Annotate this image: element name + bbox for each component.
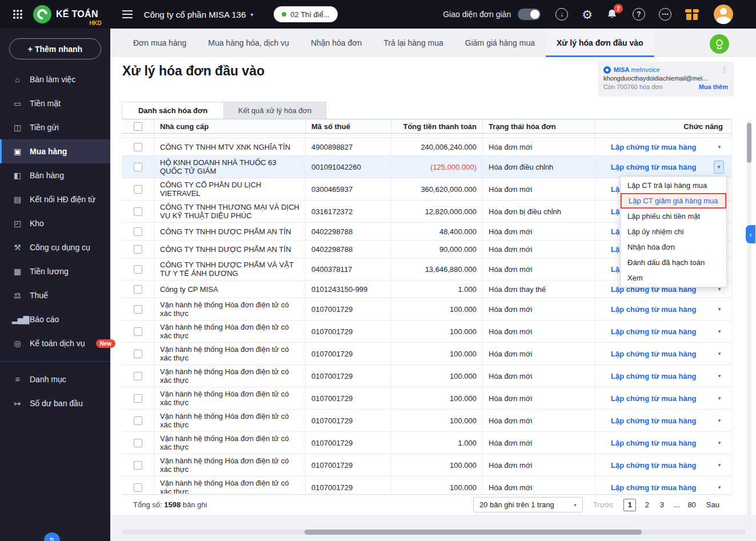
sidebar-item-so-du-ban-dau[interactable]: ↦Số dư ban đầu — [0, 391, 110, 415]
row-checkbox[interactable] — [134, 265, 142, 274]
table-row[interactable]: Vận hành hệ thống Hóa đơn điện tử có xác… — [122, 365, 732, 387]
create-purchase-doc-link[interactable]: Lập chứng từ mua hàng — [611, 163, 697, 171]
tab-giam-gia-hang-mua[interactable]: Giảm giá hàng mua — [454, 29, 546, 57]
create-purchase-doc-link[interactable]: Lập chứng từ mua hàng — [611, 439, 697, 447]
table-row[interactable]: Vận hành hệ thống Hóa đơn điện tử có xác… — [122, 432, 732, 454]
create-purchase-doc-link[interactable]: Lập chứng từ mua hàng — [611, 372, 697, 380]
chevron-down-icon[interactable]: ▼ — [715, 326, 724, 338]
lightbulb-icon[interactable] — [710, 34, 729, 54]
row-checkbox[interactable] — [134, 327, 142, 336]
create-purchase-doc-link[interactable]: Lập chứng từ mua hàng — [611, 416, 697, 425]
chevron-down-icon[interactable]: ▼ — [715, 303, 724, 315]
create-purchase-doc-link[interactable]: Lập chứng từ mua hàng — [611, 483, 697, 492]
row-checkbox[interactable] — [134, 207, 142, 216]
apps-grid-icon[interactable] — [13, 9, 23, 19]
table-row[interactable]: Vận hành hệ thống Hóa đơn điện tử có xác… — [122, 320, 732, 343]
table-row[interactable]: Vận hành hệ thống Hóa đơn điện tử có xác… — [122, 387, 732, 410]
quick-add-button[interactable]: + Thêm nhanh — [9, 38, 101, 59]
chevron-down-icon[interactable]: ▼ — [715, 482, 724, 494]
chevron-down-icon[interactable]: ▼ — [715, 370, 724, 382]
row-checkbox[interactable] — [134, 483, 142, 492]
tab-xu-ly-hoa-don-dau-vao[interactable]: Xử lý hóa đơn đầu vào — [546, 29, 654, 57]
tab-tra-lai-hang-mua[interactable]: Trả lại hàng mua — [373, 29, 454, 57]
next-page-button[interactable]: Sau — [706, 500, 719, 509]
context-menu-item[interactable]: Lập CT giảm giá hàng mua — [621, 193, 726, 209]
sidebar-item-ke-toan-dich-vu[interactable]: ◎Kế toán dịch vụNew — [0, 331, 110, 355]
sidebar-item-cong-cu-dung-cu[interactable]: ⚒Công cụ dụng cụ — [0, 235, 110, 259]
chevron-down-icon[interactable]: ▼ — [715, 415, 724, 427]
sidebar-item-kho[interactable]: ◰Kho — [0, 211, 110, 235]
sidebar-item-bao-cao[interactable]: ▂▅▇Báo cáo — [0, 307, 110, 331]
page-number[interactable]: 2 — [643, 500, 651, 509]
chevron-down-icon[interactable]: ▼ — [715, 459, 724, 471]
menu-icon[interactable] — [122, 10, 133, 18]
row-checkbox[interactable] — [134, 143, 142, 151]
sidebar-item-thue[interactable]: ⚖Thuế — [0, 283, 110, 307]
row-checkbox[interactable] — [134, 394, 142, 403]
sidebar-item-mua-hang[interactable]: ▣Mua hàng — [0, 139, 110, 163]
select-all-checkbox[interactable] — [134, 122, 142, 131]
company-selector[interactable]: Công ty cổ phần MISA 136 ▾ — [144, 10, 253, 19]
chevron-down-icon[interactable]: ▼ — [715, 392, 724, 404]
sidebar-item-danh-muc[interactable]: ≡Danh mục — [0, 367, 110, 391]
table-row[interactable]: Vận hành hệ thống Hóa đơn điện tử có xác… — [122, 410, 732, 432]
page-size-select[interactable]: 20 bản ghi trên 1 trang ▾ — [473, 497, 583, 512]
context-menu-item[interactable]: Lập ủy nhiệm chi — [621, 224, 726, 239]
horizontal-scrollbar-thumb[interactable] — [305, 530, 642, 535]
horizontal-scrollbar[interactable] — [122, 530, 746, 535]
create-purchase-doc-link[interactable]: Lập chứng từ mua hàng — [611, 350, 697, 358]
prev-page-button[interactable]: Trước — [593, 500, 614, 509]
help-icon[interactable]: ? — [633, 8, 645, 21]
context-menu-item[interactable]: Đánh dấu đã hạch toán — [621, 255, 726, 270]
context-menu-item[interactable]: Lập phiếu chi tiền mặt — [621, 209, 726, 224]
environment-badge[interactable]: 02 Thí điể... — [274, 6, 337, 22]
subtab-danh-sach-hoa-don[interactable]: Danh sách hóa đơn — [122, 102, 224, 119]
row-checkbox[interactable] — [134, 416, 142, 425]
sidebar-scroll-button[interactable]: ⇅ — [44, 532, 60, 541]
create-purchase-doc-link[interactable]: Lập chứng từ mua hàng — [611, 394, 697, 403]
page-number[interactable]: 3 — [658, 500, 666, 509]
sidebar-item-ban-lam-viec[interactable]: ⌂Bàn làm việc — [0, 67, 110, 91]
download-icon[interactable]: ↓ — [555, 8, 568, 21]
chevron-down-icon[interactable]: ▼ — [715, 437, 724, 449]
row-checkbox[interactable] — [134, 185, 142, 194]
table-row[interactable]: Vận hành hệ thống Hóa đơn điện tử có xác… — [122, 298, 732, 320]
row-checkbox[interactable] — [134, 439, 142, 447]
chevron-down-icon[interactable]: ▼ — [714, 161, 724, 174]
row-checkbox[interactable] — [134, 245, 142, 254]
sidebar-item-ket-noi-hd-dien-tu[interactable]: ▤Kết nối HĐ điện tử — [0, 187, 110, 211]
sidebar-item-tien-luong[interactable]: ▦Tiền lương — [0, 259, 110, 283]
create-purchase-doc-link[interactable]: Lập chứng từ mua hàng — [611, 327, 697, 336]
more-vertical-icon[interactable]: ⋮ — [721, 66, 728, 74]
table-row[interactable]: CÔNG TY TNHH MTV XNK NGHĨA TÍN4900898827… — [122, 138, 732, 156]
buy-more-link[interactable]: Mua thêm — [699, 83, 728, 90]
subtab-ket-qua-xu-ly-hoa-don[interactable]: Kết quả xử lý hóa đơn — [224, 102, 326, 119]
context-menu-item[interactable]: Xem — [621, 270, 726, 286]
table-row[interactable]: Vận hành hệ thống Hóa đơn điện tử có xác… — [122, 476, 732, 494]
row-checkbox[interactable] — [134, 163, 142, 171]
table-row[interactable]: Vận hành hệ thống Hóa đơn điện tử có xác… — [122, 454, 732, 476]
tab-mua-hang-hoa-dich-vu[interactable]: Mua hàng hóa, dịch vụ — [197, 29, 300, 57]
vertical-scrollbar[interactable] — [747, 120, 751, 528]
table-row[interactable]: Vận hành hệ thống Hóa đơn điện tử có xác… — [122, 343, 732, 365]
sidebar-item-tien-gui[interactable]: ◫Tiền gửi — [0, 115, 110, 139]
simple-ui-toggle[interactable] — [518, 9, 541, 20]
row-checkbox[interactable] — [134, 227, 142, 236]
context-menu-item[interactable]: Lập CT trả lại hàng mua — [621, 178, 726, 193]
page-number[interactable]: 80 — [687, 500, 695, 509]
row-checkbox[interactable] — [134, 372, 142, 380]
create-purchase-doc-link[interactable]: Lập chứng từ mua hàng — [611, 461, 697, 470]
chevron-down-icon[interactable]: ▼ — [715, 348, 724, 360]
gear-icon[interactable]: ⚙ — [582, 9, 593, 21]
collapse-panel-button[interactable]: ‹ — [746, 225, 755, 243]
sidebar-item-ban-hang[interactable]: ◧Bán hàng — [0, 163, 110, 187]
row-checkbox[interactable] — [134, 285, 142, 294]
table-row[interactable]: HỘ KINH DOANH NHÀ THUỐC 63 QUỐC TỬ GIÁM0… — [122, 156, 732, 178]
chevron-down-icon[interactable]: ▼ — [715, 141, 724, 153]
vertical-scrollbar-thumb[interactable] — [747, 123, 751, 163]
row-checkbox[interactable] — [134, 305, 142, 314]
avatar[interactable] — [714, 5, 733, 24]
tab-don-mua-hang[interactable]: Đơn mua hàng — [122, 29, 197, 57]
gift-icon[interactable] — [685, 8, 699, 21]
more-icon[interactable]: ⋯ — [659, 8, 671, 21]
